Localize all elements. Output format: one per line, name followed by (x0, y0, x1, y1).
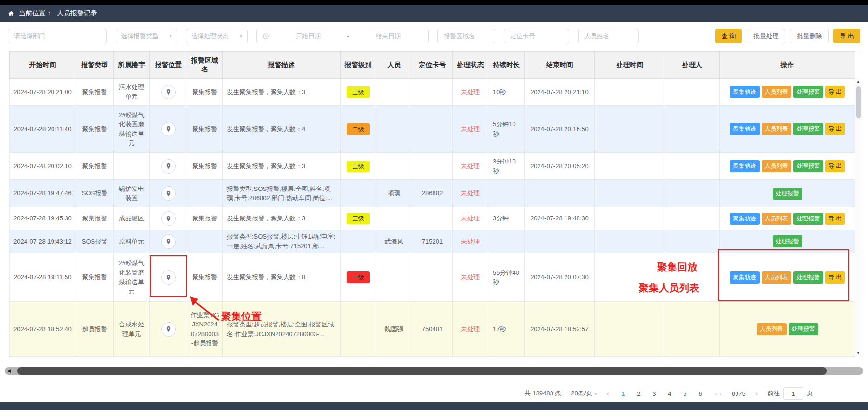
column-header: 报警位置 (150, 52, 187, 79)
cell-alarm-location (150, 153, 187, 180)
person-name-input[interactable] (578, 29, 639, 43)
horizontal-scrollbar-thumb[interactable] (17, 367, 827, 375)
alarm-type-select[interactable]: 选择报警类型 ▾ (116, 29, 177, 43)
handle-action-button[interactable]: 处理报警 (793, 86, 823, 98)
status-placeholder: 选择处理状态 (191, 32, 229, 41)
cell-building (114, 153, 150, 180)
map-pin-icon (165, 216, 171, 222)
goto-label: 前往 (767, 389, 780, 398)
page-number[interactable]: 2 (634, 390, 643, 397)
cell-description: 发生聚集报警，聚集人数：4 (223, 106, 341, 153)
home-icon (8, 10, 14, 17)
cell-handler (665, 302, 720, 357)
export-action-button[interactable]: 导 出 (825, 213, 845, 225)
cell-start-time: 2024-07-28 19:45:30 (10, 207, 76, 230)
handle-action-button[interactable]: 处理报警 (793, 160, 823, 172)
track-action-button[interactable]: 聚集轨迹 (730, 160, 760, 172)
list-action-button[interactable]: 人员列表 (762, 123, 791, 135)
list-action-button[interactable]: 人员列表 (762, 271, 791, 284)
batch-process-button[interactable]: 批量处理 (747, 29, 785, 43)
page-number-last[interactable]: 6975 (732, 390, 746, 397)
track-action-button[interactable]: 聚集轨迹 (730, 271, 760, 284)
alarm-location-pin-button[interactable] (161, 234, 176, 249)
cell-description: 报警类型:SOS报警,楼层:全图,姓名:项璞,卡号:286802,部门:热动车间… (223, 180, 341, 207)
handle-action-button[interactable]: 处理报警 (773, 235, 802, 247)
end-date-field[interactable]: 结束日期 (354, 32, 422, 41)
date-range-picker[interactable]: 开始日期 - 结束日期 (256, 29, 429, 43)
alarm-location-pin-button[interactable] (161, 270, 176, 285)
clock-icon (263, 33, 269, 40)
map-pin-icon (165, 326, 171, 332)
export-action-button[interactable]: 导 出 (825, 160, 845, 172)
alarm-location-pin-button[interactable] (161, 85, 176, 99)
alarm-location-pin-button[interactable] (161, 186, 176, 201)
alarm-location-pin-button[interactable] (161, 211, 176, 226)
list-action-button[interactable]: 人员列表 (762, 213, 791, 225)
next-page-button[interactable]: › (755, 389, 758, 398)
cell-start-time: 2024-07-28 19:11:50 (10, 253, 76, 302)
scroll-down-icon[interactable]: ▼ (856, 350, 860, 357)
export-action-button[interactable]: 导 出 (825, 86, 845, 98)
cell-handle-time (595, 106, 665, 153)
status-text: 未处理 (461, 125, 480, 133)
area-name-input[interactable] (437, 29, 495, 43)
horizontal-scrollbar[interactable]: ◀ (5, 367, 863, 375)
column-header: 所属楼宇 (114, 52, 150, 79)
scroll-up-icon[interactable]: ▲ (856, 79, 860, 85)
alarm-location-pin-button[interactable] (161, 122, 176, 136)
status-select[interactable]: 选择处理状态 ▾ (186, 29, 248, 43)
chevron-down-icon: ▾ (239, 33, 242, 39)
column-header: 处理状态 (453, 52, 488, 79)
track-action-button[interactable]: 聚集轨迹 (730, 123, 760, 135)
batch-delete-button[interactable]: 批量删除 (790, 29, 829, 43)
handle-action-button[interactable]: 处理报警 (793, 213, 823, 225)
handle-action-button[interactable]: 处理报警 (793, 271, 823, 284)
cell-duration: 5分钟10秒 (488, 106, 525, 153)
alarm-level-badge: 三级 (347, 86, 370, 98)
page-number[interactable]: 1 (619, 390, 628, 397)
vertical-scrollbar-thumb[interactable] (856, 86, 861, 118)
page-number[interactable]: 5 (681, 390, 689, 397)
cell-person (376, 253, 412, 302)
department-input[interactable] (8, 29, 107, 43)
handle-action-button[interactable]: 处理报警 (773, 188, 802, 200)
alarm-level-badge: 一级 (347, 271, 370, 283)
page-number[interactable]: 6 (696, 390, 705, 397)
alarm-location-pin-button[interactable] (161, 322, 176, 337)
prev-page-button[interactable]: ‹ (606, 389, 609, 398)
page-number[interactable]: 4 (665, 390, 674, 397)
cell-area-name (187, 180, 223, 207)
cell-alarm-type: 聚集报警 (76, 207, 114, 230)
handle-action-button[interactable]: 处理报警 (789, 323, 818, 335)
column-header: 持续时长 (488, 52, 525, 79)
list-action-button[interactable]: 人员列表 (757, 323, 787, 335)
page-number[interactable]: 3 (650, 390, 658, 397)
cell-building: 2#粉煤气化装置磨煤输送单元 (114, 106, 150, 153)
export-button[interactable]: 导 出 (833, 29, 860, 43)
page-size-select[interactable]: 20条/页▾ (571, 389, 597, 398)
goto-page-input[interactable] (783, 387, 803, 400)
alarm-location-pin-button[interactable] (161, 159, 176, 174)
cell-alarm-location (150, 79, 187, 106)
vertical-scrollbar[interactable]: ▲ ▼ (855, 79, 862, 357)
cell-start-time: 2024-07-28 20:02:10 (10, 153, 76, 180)
export-action-button[interactable]: 导 出 (825, 123, 845, 135)
query-button[interactable]: 查 询 (715, 29, 742, 43)
cell-alarm-type: 聚集报警 (76, 253, 114, 302)
handle-action-button[interactable]: 处理报警 (793, 123, 823, 135)
cell-handler (665, 207, 720, 230)
cell-handle-time (595, 230, 665, 253)
list-action-button[interactable]: 人员列表 (762, 86, 791, 98)
export-action-button[interactable]: 导 出 (825, 271, 845, 284)
alarm-level-badge: 三级 (347, 161, 370, 172)
map-pin-icon (165, 89, 171, 95)
table-row: 2024-07-28 18:52:40超员报警合成水处理单元作业票:JGJXN2… (10, 302, 855, 357)
cell-start-time: 2024-07-28 19:43:12 (10, 230, 76, 253)
start-date-field[interactable]: 开始日期 (274, 32, 342, 41)
track-action-button[interactable]: 聚集轨迹 (730, 86, 760, 98)
list-action-button[interactable]: 人员列表 (762, 160, 791, 172)
track-action-button[interactable]: 聚集轨迹 (730, 213, 760, 225)
card-number-input[interactable] (504, 29, 569, 43)
scroll-left-icon[interactable]: ◀ (7, 367, 11, 375)
cell-area-name (187, 230, 223, 253)
